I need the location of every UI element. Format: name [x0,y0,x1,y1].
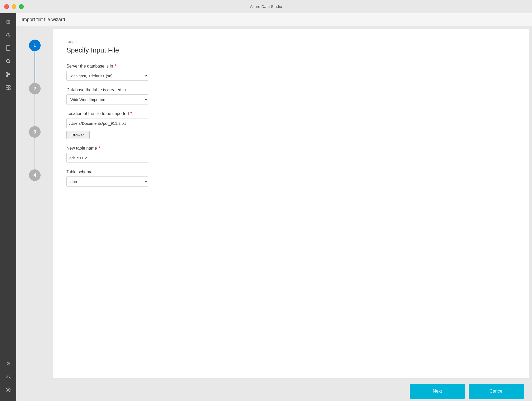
new-table-name-input[interactable] [66,153,148,163]
database-group: Database the table is created in WideWor… [66,88,516,104]
svg-rect-10 [6,85,8,87]
account-icon[interactable] [2,371,14,383]
step-2-circle[interactable]: 2 [29,83,41,94]
step-1: 1 [29,40,41,83]
maximize-button[interactable] [19,4,24,9]
step-2-line [35,94,35,126]
file-location-required: * [130,111,132,116]
table-schema-label: Table schema [66,170,516,174]
svg-rect-12 [6,88,8,90]
new-table-name-label: New table name * [66,146,516,151]
database-select[interactable]: WideWorldImporters [66,94,148,104]
new-table-name-required: * [99,146,100,151]
error-icon[interactable] [2,384,14,396]
settings-icon[interactable]: ⚙ [2,358,14,369]
footer: Next Cancel [16,381,532,401]
file-location-label: Location of the file to be imported * [66,111,516,116]
app-header: Import flat file wizard [16,13,532,26]
file-location-input[interactable] [66,118,148,128]
step-2: 2 [29,83,41,126]
sidebar: ⊞ ◷ [0,13,16,401]
step-3-circle[interactable]: 3 [29,126,41,138]
next-button[interactable]: Next [410,384,465,399]
app-title: Import flat file wizard [22,17,65,22]
svg-line-5 [9,62,11,64]
svg-point-8 [9,73,10,75]
server-select[interactable]: localhost, <default> (sa) [66,71,148,81]
step-1-circle[interactable]: 1 [29,40,41,51]
search-icon[interactable] [2,55,14,67]
new-table-name-group: New table name * [66,146,516,163]
table-schema-group: Table schema dbo [66,170,516,187]
svg-point-6 [7,72,8,74]
extensions-icon[interactable] [2,82,14,93]
step-3-line [35,138,35,169]
window-title: Azure Data Studio [250,4,282,9]
browse-button[interactable]: Browse [66,131,90,139]
svg-point-14 [7,375,9,377]
svg-rect-13 [8,88,10,90]
server-label: Server the database is in * [66,64,516,69]
step-4: 4 [29,169,41,181]
server-group: Server the database is in * localhost, <… [66,64,516,81]
step-title: Specify Input File [66,46,516,54]
file-icon[interactable] [2,42,14,54]
svg-rect-11 [8,85,10,87]
dashboard-icon[interactable]: ⊞ [2,16,14,27]
database-label: Database the table is created in [66,88,516,92]
server-required: * [115,64,116,69]
step-1-line [35,51,35,83]
step-3: 3 [29,126,41,169]
steps-panel: 1 2 3 4 [16,26,53,381]
minimize-button[interactable] [12,4,16,9]
file-location-group: Location of the file to be imported * Br… [66,111,516,139]
source-control-icon[interactable] [2,69,14,80]
window-controls [4,4,24,9]
table-schema-select[interactable]: dbo [66,176,148,187]
svg-point-7 [7,75,8,77]
cancel-button[interactable]: Cancel [469,384,524,399]
step-4-circle[interactable]: 4 [29,169,41,181]
step-label: Step 1 [66,40,516,44]
svg-point-4 [6,59,9,63]
clock-icon[interactable]: ◷ [2,29,14,41]
title-bar: Azure Data Studio [0,0,532,13]
close-button[interactable] [4,4,9,9]
form-panel: Step 1 Specify Input File Server the dat… [53,29,529,378]
